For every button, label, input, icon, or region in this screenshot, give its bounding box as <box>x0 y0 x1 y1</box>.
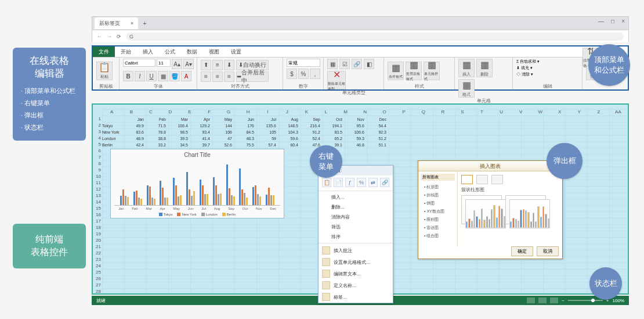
paste-option-icon[interactable]: % <box>357 178 366 187</box>
context-menu-item[interactable]: 删除... <box>319 202 393 212</box>
tab-close-icon[interactable]: × <box>131 20 133 26</box>
decrease-font-icon[interactable]: A▾ <box>183 59 194 69</box>
celltype-icon-1[interactable]: ▦ <box>327 59 338 69</box>
chart-preview[interactable] <box>505 195 546 224</box>
align-bottom-icon[interactable]: ⬇ <box>224 60 234 70</box>
delete-button[interactable]: ▦删除 <box>476 59 493 77</box>
zoom-slider[interactable] <box>568 300 603 301</box>
context-menu-item[interactable]: 筛选 <box>319 222 393 232</box>
insert-chart-dialog: 插入图表 所有图表 ▪ 柱形图▪ 折线图▪ 饼图▪ XY散点图▪ 面积图▪ 雷达… <box>418 160 563 259</box>
ribbon-tab[interactable]: 数据 <box>181 46 203 57</box>
context-menu-item[interactable]: 排序 <box>319 232 393 242</box>
percent-icon[interactable]: % <box>298 69 309 79</box>
comma-icon[interactable]: , <box>310 69 320 79</box>
chart-type-tab[interactable] <box>491 175 503 184</box>
italic-icon[interactable]: I <box>135 71 145 81</box>
context-menu-item[interactable]: 定义名称... <box>319 279 393 291</box>
dialog-side-header: 所有图表 <box>421 174 455 181</box>
paste-option-icon[interactable]: 📄 <box>334 178 343 187</box>
fill-color-icon[interactable]: 🪣 <box>169 71 180 81</box>
border-icon[interactable]: ▦ <box>158 71 168 81</box>
group-number: 数字 <box>287 83 320 89</box>
editor-list-item: 右键菜单 <box>21 97 78 109</box>
cond-format-button[interactable]: ▦条件格式 <box>388 62 404 80</box>
paste-option-icon[interactable]: 📋 <box>322 178 331 187</box>
cell-style-button[interactable]: ▦单元格样式 <box>424 62 440 80</box>
context-menu-item[interactable]: 插入批注 <box>319 245 393 256</box>
context-menu-item[interactable]: 标签... <box>319 291 393 303</box>
view-normal-icon[interactable] <box>527 298 535 303</box>
ribbon-tab[interactable]: 公式 <box>159 46 181 57</box>
ribbon-tab[interactable]: 插入 <box>137 46 159 57</box>
embedded-chart[interactable]: Chart Title JanFebMarAprMayJunJulAugSepO… <box>110 149 284 218</box>
celltype-icon-2[interactable]: ☑ <box>339 59 350 69</box>
currency-icon[interactable]: $ <box>287 69 297 79</box>
paste-option-icon[interactable]: ⇄ <box>368 178 378 187</box>
format-button[interactable]: ▦格式 <box>458 79 475 98</box>
chart-type-tab[interactable] <box>476 175 488 184</box>
dialog-side-item[interactable]: ▪ XY散点图 <box>422 207 453 216</box>
view-page-icon[interactable] <box>538 298 547 303</box>
nav-forward-icon[interactable]: → <box>107 34 112 40</box>
autosum-button[interactable]: Σ 自动求和 ▾ <box>516 59 540 64</box>
dialog-cancel-button[interactable]: 取消 <box>537 246 559 256</box>
chart-type-tab[interactable] <box>461 175 473 184</box>
merge-button[interactable]: ⬌ 合并后居中 <box>236 71 269 82</box>
celltype-icon-3[interactable]: 🔗 <box>352 59 362 69</box>
dialog-side-item[interactable]: ▪ 柱形图 <box>422 183 453 191</box>
celltype-icon-4[interactable]: ◧ <box>364 59 374 69</box>
window-maximize-icon[interactable]: □ <box>611 18 614 24</box>
spreadsheet[interactable]: ABCDEFGHIJKLMNOPQRSTUVWXYZAA 12345678910… <box>92 103 629 295</box>
dialog-sidebar: 所有图表 ▪ 柱形图▪ 折线图▪ 饼图▪ XY散点图▪ 面积图▪ 雷达图▪ 组合… <box>418 171 458 247</box>
browser-tab[interactable]: 新标签页 × <box>95 17 138 29</box>
window-close-icon[interactable]: × <box>621 18 625 24</box>
align-left-icon[interactable]: ≡ <box>201 71 211 82</box>
ribbon-tab[interactable]: 设置 <box>225 46 247 57</box>
align-right-icon[interactable]: ≡ <box>224 71 234 82</box>
dialog-side-item[interactable]: ▪ 雷达图 <box>422 224 453 232</box>
dialog-side-item[interactable]: ▪ 面积图 <box>422 216 453 224</box>
new-tab-button[interactable]: + <box>138 20 151 27</box>
dialog-side-item[interactable]: ▪ 组合图 <box>422 232 453 240</box>
font-size-select[interactable] <box>157 59 171 67</box>
align-top-icon[interactable]: ⬆ <box>201 60 211 70</box>
dialog-side-item[interactable]: ▪ 饼图 <box>422 199 453 207</box>
context-menu-item[interactable]: 插入... <box>319 192 393 202</box>
fill-button[interactable]: ⬇ 填充 ▾ <box>516 65 533 71</box>
clear-button[interactable]: ◇ 清除 ▾ <box>516 71 533 77</box>
align-center-icon[interactable]: ≡ <box>212 71 223 82</box>
increase-font-icon[interactable]: A▴ <box>172 59 182 69</box>
ribbon-tab[interactable]: 视图 <box>203 46 225 57</box>
nav-reload-icon[interactable]: ⟳ <box>117 34 121 40</box>
grid-data: JanFebMarAprMayJunJulAugSepOctNovDecToky… <box>102 116 389 148</box>
callout-context-menu: 右键 菜单 <box>310 145 342 178</box>
context-menu-item[interactable]: 设置单元格格式... <box>319 256 393 268</box>
chart-preview[interactable] <box>461 195 502 224</box>
paste-option-icon[interactable]: ƒ <box>345 178 354 187</box>
window-minimize-icon[interactable]: — <box>598 18 604 24</box>
chart-plot <box>114 160 280 206</box>
align-middle-icon[interactable]: ≡ <box>212 60 223 70</box>
font-color-icon[interactable]: A <box>181 71 191 81</box>
font-name-select[interactable] <box>123 59 155 67</box>
delete-celltype-button[interactable]: ✕删除单元格类型 <box>327 71 346 89</box>
bold-icon[interactable]: B <box>123 71 133 81</box>
ribbon-tabs: 文件开始插入公式数据视图设置 <box>93 46 628 57</box>
context-menu-item[interactable]: 清除内容 <box>319 212 393 222</box>
dialog-side-item[interactable]: ▪ 折线图 <box>422 191 453 199</box>
insert-button[interactable]: ▦插入 <box>458 59 475 77</box>
ribbon-tab[interactable]: 开始 <box>115 46 137 57</box>
underline-icon[interactable]: U <box>146 71 157 81</box>
zoom-out-icon[interactable]: − <box>562 298 565 303</box>
paste-option-icon[interactable]: 🔗 <box>380 178 389 187</box>
dialog-ok-button[interactable]: 确定 <box>511 246 533 256</box>
context-menu-item[interactable]: 编辑富文本... <box>319 268 393 279</box>
table-format-button[interactable]: ▦套用表格格式 <box>406 62 422 80</box>
ribbon-tab[interactable]: 文件 <box>93 46 115 57</box>
view-break-icon[interactable] <box>550 298 558 303</box>
url-input[interactable]: G <box>126 33 624 41</box>
number-format-select[interactable] <box>287 59 320 67</box>
paste-options-row: 📋 📄 ƒ % ⇄ 🔗 <box>319 175 393 189</box>
nav-back-icon[interactable]: ← <box>97 34 102 40</box>
paste-button[interactable]: 📋粘贴 <box>96 62 113 80</box>
